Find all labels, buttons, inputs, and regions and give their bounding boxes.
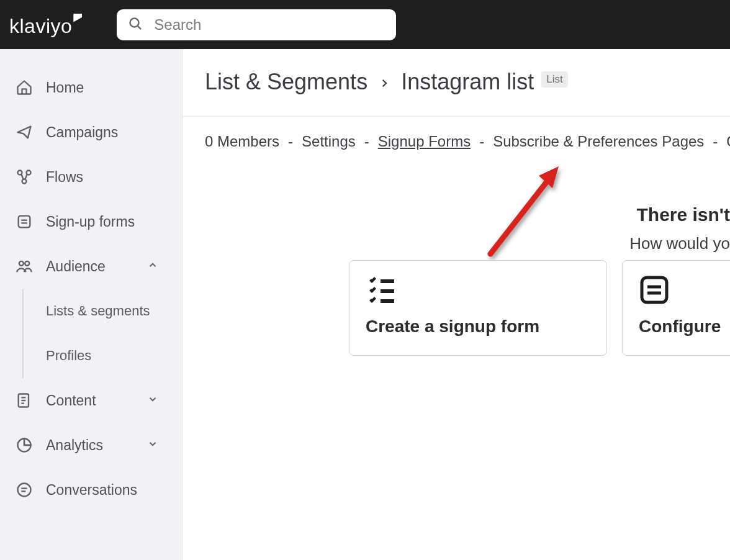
sidebar-item-audience[interactable]: Audience bbox=[0, 244, 182, 289]
home-icon bbox=[15, 78, 34, 97]
tab-subscribe-preferences[interactable]: Subscribe & Preferences Pages bbox=[493, 133, 704, 150]
search-box[interactable] bbox=[117, 9, 396, 40]
sidebar-item-label: Sign-up forms bbox=[46, 214, 135, 230]
sidebar: Home Campaigns Flows Sign-up forms bbox=[0, 49, 182, 560]
sidebar-item-label: Audience bbox=[46, 258, 106, 275]
svg-line-1 bbox=[138, 25, 141, 29]
topbar: klaviyo bbox=[0, 0, 730, 49]
chart-icon bbox=[15, 436, 34, 454]
sidebar-item-label: Analytics bbox=[46, 437, 103, 454]
card-title: Configure bbox=[639, 317, 730, 336]
chat-icon bbox=[15, 481, 34, 499]
sidebar-subitem-profiles[interactable]: Profiles bbox=[24, 333, 182, 378]
audience-subnav: Lists & segments Profiles bbox=[22, 289, 182, 378]
chevron-up-icon bbox=[147, 260, 158, 273]
tab-separator: - bbox=[479, 133, 484, 150]
sidebar-item-campaigns[interactable]: Campaigns bbox=[0, 110, 182, 155]
sidebar-item-label: Conversations bbox=[46, 482, 137, 499]
svg-point-0 bbox=[130, 18, 139, 27]
form-icon bbox=[15, 212, 34, 231]
svg-rect-5 bbox=[19, 216, 30, 228]
tab-signup-forms[interactable]: Signup Forms bbox=[378, 133, 471, 150]
tab-settings[interactable]: Settings bbox=[302, 133, 356, 150]
sidebar-item-analytics[interactable]: Analytics bbox=[0, 423, 182, 467]
chevron-down-icon bbox=[147, 394, 158, 407]
checklist-icon bbox=[366, 274, 397, 305]
sidebar-item-conversations[interactable]: Conversations bbox=[0, 467, 182, 512]
sidebar-item-label: Flows bbox=[46, 169, 83, 186]
main-content: List & Segments Instagram list List 0 Me… bbox=[182, 49, 730, 560]
svg-line-17 bbox=[490, 174, 552, 254]
search-icon bbox=[128, 16, 143, 34]
people-icon bbox=[15, 257, 34, 276]
card-title: Create a signup form bbox=[366, 317, 590, 336]
breadcrumb-root[interactable]: List & Segments bbox=[205, 69, 367, 95]
sidebar-item-label: Home bbox=[46, 79, 84, 96]
sidebar-item-home[interactable]: Home bbox=[0, 65, 182, 110]
empty-state-headline: There isn't bbox=[637, 204, 731, 225]
brand-flag-icon bbox=[73, 14, 82, 22]
svg-point-14 bbox=[18, 484, 31, 497]
sidebar-subitem-lists-segments[interactable]: Lists & segments bbox=[24, 289, 182, 333]
subitem-label: Profiles bbox=[46, 348, 91, 364]
brand-logo[interactable]: klaviyo bbox=[9, 16, 82, 36]
breadcrumb-current: Instagram list bbox=[401, 69, 534, 95]
tab-separator: - bbox=[713, 133, 718, 150]
list-tabs: 0 Members - Settings - Signup Forms - Su… bbox=[182, 117, 730, 150]
list-type-badge: List bbox=[541, 71, 567, 88]
tab-members[interactable]: 0 Members bbox=[205, 133, 279, 150]
form-box-icon bbox=[639, 274, 670, 305]
chevron-down-icon bbox=[147, 438, 158, 452]
svg-rect-21 bbox=[381, 299, 394, 303]
annotation-arrow-icon bbox=[479, 161, 579, 275]
tab-quick-add[interactable]: Quick Add bbox=[726, 133, 730, 150]
sidebar-item-label: Content bbox=[46, 392, 96, 409]
subitem-label: Lists & segments bbox=[46, 303, 150, 319]
brand-text: klaviyo bbox=[9, 16, 72, 36]
tab-separator: - bbox=[364, 133, 369, 150]
svg-point-9 bbox=[25, 261, 29, 266]
sidebar-item-signup-forms[interactable]: Sign-up forms bbox=[0, 199, 182, 244]
content-icon bbox=[15, 391, 34, 410]
send-icon bbox=[15, 123, 34, 142]
sidebar-item-label: Campaigns bbox=[46, 124, 118, 141]
flow-icon bbox=[15, 168, 34, 186]
chevron-right-icon bbox=[379, 74, 390, 93]
card-configure[interactable]: Configure bbox=[622, 260, 730, 356]
card-create-signup-form[interactable]: Create a signup form bbox=[349, 260, 607, 356]
sidebar-item-flows[interactable]: Flows bbox=[0, 155, 182, 199]
svg-rect-20 bbox=[381, 289, 394, 293]
breadcrumb: List & Segments Instagram list List bbox=[182, 49, 730, 95]
svg-rect-22 bbox=[642, 278, 667, 302]
empty-state-subhead: How would yo bbox=[629, 234, 730, 253]
tab-separator: - bbox=[288, 133, 293, 150]
svg-marker-18 bbox=[539, 166, 559, 188]
svg-point-8 bbox=[19, 261, 24, 266]
sidebar-item-content[interactable]: Content bbox=[0, 378, 182, 423]
action-cards: Create a signup form Configure bbox=[349, 260, 730, 356]
svg-rect-19 bbox=[381, 279, 394, 283]
search-input[interactable] bbox=[154, 16, 385, 34]
